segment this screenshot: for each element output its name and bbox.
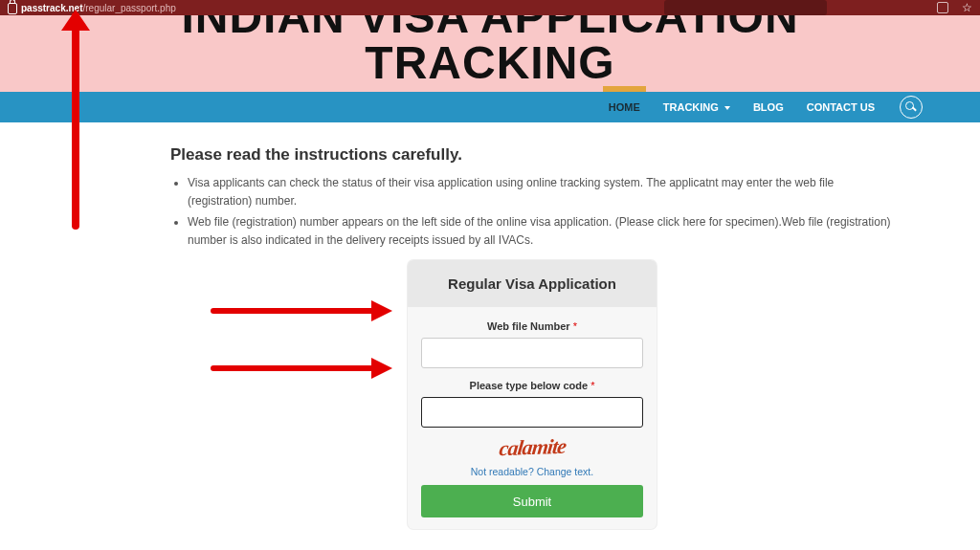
browser-address-bar: passtrack.net/regular_passport.php ☆ (0, 0, 980, 15)
captcha-label: Please type below code * (421, 380, 643, 391)
chevron-down-icon (724, 106, 730, 110)
captcha-input[interactable] (421, 397, 643, 428)
form-title: Regular Visa Application (415, 275, 649, 292)
captcha-refresh-link[interactable]: Not readable? Change text. (421, 466, 643, 477)
nav-tracking[interactable]: TRACKING (663, 92, 730, 122)
nav-blog[interactable]: BLOG (753, 92, 784, 122)
card-header: Regular Visa Application (408, 260, 657, 307)
webfile-label: Web file Number * (421, 320, 643, 332)
submit-button[interactable]: Submit (421, 485, 643, 517)
page-banner: INDIAN VISA APPLICATION TRACKING (0, 15, 980, 92)
instructions-list: Visa applicants can check the status of … (170, 174, 894, 249)
url-host: passtrack.net (21, 3, 82, 13)
instruction-item: Visa applicants can check the status of … (188, 174, 894, 209)
instruction-item: Web file (registration) number appears o… (188, 213, 894, 249)
captcha-image: calamite (421, 435, 643, 460)
extension-toolbar (664, 0, 827, 15)
instructions-heading: Please read the instructions carefully. (170, 145, 894, 165)
tracking-form-card: Regular Visa Application Web file Number… (408, 260, 657, 529)
banner-title-line2: TRACKING (181, 40, 798, 86)
browser-controls: ☆ (937, 0, 972, 15)
url-path: /regular_passport.php (82, 3, 175, 13)
search-button[interactable] (900, 96, 923, 119)
webfile-input[interactable] (421, 338, 643, 368)
nav-home[interactable]: HOME (609, 92, 640, 122)
main-content: Please read the instructions carefully. … (0, 122, 980, 550)
url-display: passtrack.net/regular_passport.php (21, 3, 176, 13)
share-icon[interactable] (937, 2, 948, 13)
nav-contact[interactable]: CONTACT US (807, 92, 875, 122)
nav-tracking-label: TRACKING (663, 101, 719, 113)
star-icon[interactable]: ☆ (962, 1, 972, 14)
required-mark: * (590, 380, 594, 391)
main-nav: HOME TRACKING BLOG CONTACT US (0, 92, 980, 122)
captcha-text: calamite (498, 434, 567, 461)
lock-icon (8, 3, 17, 14)
required-mark: * (573, 320, 577, 332)
